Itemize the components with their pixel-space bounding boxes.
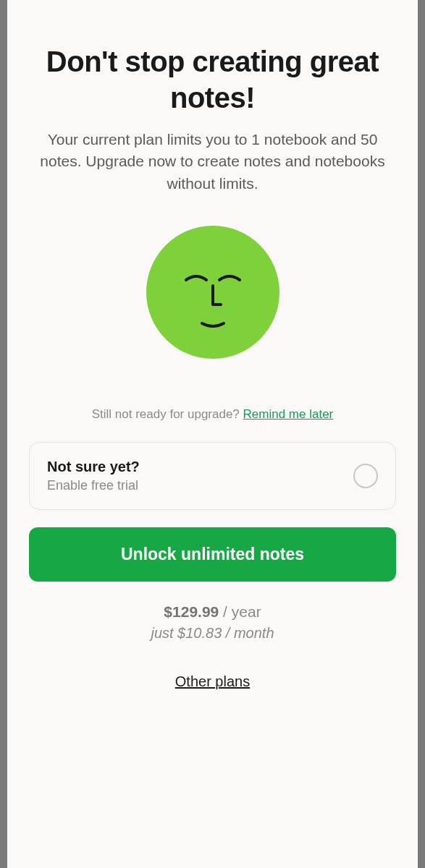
face-illustration [144, 224, 282, 364]
price-monthly-hint: just $10.83 / month [151, 625, 274, 642]
trial-text: Not sure yet? Enable free trial [47, 459, 140, 493]
remind-me-later-link[interactable]: Remind me later [243, 407, 334, 421]
other-plans-link[interactable]: Other plans [175, 673, 250, 690]
price-yearly: $129.99 / year [164, 603, 261, 621]
price-amount: $129.99 [164, 603, 219, 620]
unlock-unlimited-button[interactable]: Unlock unlimited notes [29, 527, 396, 582]
remind-row: Still not ready for upgrade? Remind me l… [92, 407, 334, 422]
trial-radio[interactable] [353, 464, 378, 488]
remind-prefix: Still not ready for upgrade? [92, 407, 243, 421]
trial-heading: Not sure yet? [47, 459, 140, 475]
calm-face-icon [144, 224, 282, 361]
trial-sub: Enable free trial [47, 478, 140, 493]
upgrade-modal: Don't stop creating great notes! Your cu… [7, 0, 418, 868]
price-period: / year [219, 603, 261, 620]
modal-title: Don't stop creating great notes! [29, 43, 396, 116]
free-trial-card[interactable]: Not sure yet? Enable free trial [29, 442, 396, 510]
modal-subtitle: Your current plan limits you to 1 notebo… [29, 129, 396, 195]
